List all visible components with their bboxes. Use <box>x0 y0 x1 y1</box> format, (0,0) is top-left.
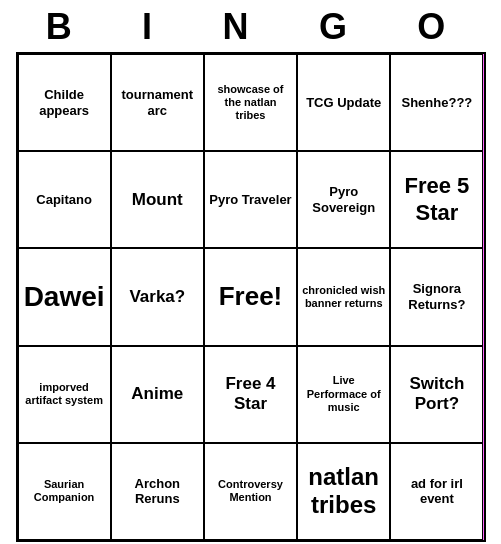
bingo-cell: Anime <box>111 346 204 443</box>
bingo-cell: Free 4 Star <box>204 346 297 443</box>
bingo-cell: Shenhe??? <box>390 54 483 151</box>
bingo-cell: Free! <box>204 248 297 345</box>
bingo-cell: Dawei <box>18 248 111 345</box>
bingo-cell: Childe appears <box>18 54 111 151</box>
bingo-cell: chronicled wish banner returns <box>297 248 390 345</box>
bingo-cell: Controversy Mention <box>204 443 297 540</box>
bingo-cell: Archon Reruns <box>111 443 204 540</box>
bingo-cell: imporved artifact system <box>18 346 111 443</box>
bingo-grid: Childe appearstournament arcshowcase of … <box>16 52 486 542</box>
bingo-cell: natlan tribes <box>297 443 390 540</box>
bingo-cell: Live Performace of music <box>297 346 390 443</box>
bingo-cell: Pyro Traveler <box>204 151 297 248</box>
bingo-cell: Capitano <box>18 151 111 248</box>
bingo-cell: Signora Returns? <box>390 248 483 345</box>
bingo-cell: Saurian Companion <box>18 443 111 540</box>
bingo-cell: Free 5 Star <box>390 151 483 248</box>
bingo-cell: Varka? <box>111 248 204 345</box>
bingo-title: B I N G O <box>16 0 486 52</box>
bingo-cell: Pyro Sovereign <box>297 151 390 248</box>
bingo-cell: tournament arc <box>111 54 204 151</box>
bingo-cell: TCG Update <box>297 54 390 151</box>
bingo-cell: Switch Port? <box>390 346 483 443</box>
bingo-cell: ad for irl event <box>390 443 483 540</box>
bingo-cell: Mount <box>111 151 204 248</box>
bingo-cell: showcase of the natlan tribes <box>204 54 297 151</box>
